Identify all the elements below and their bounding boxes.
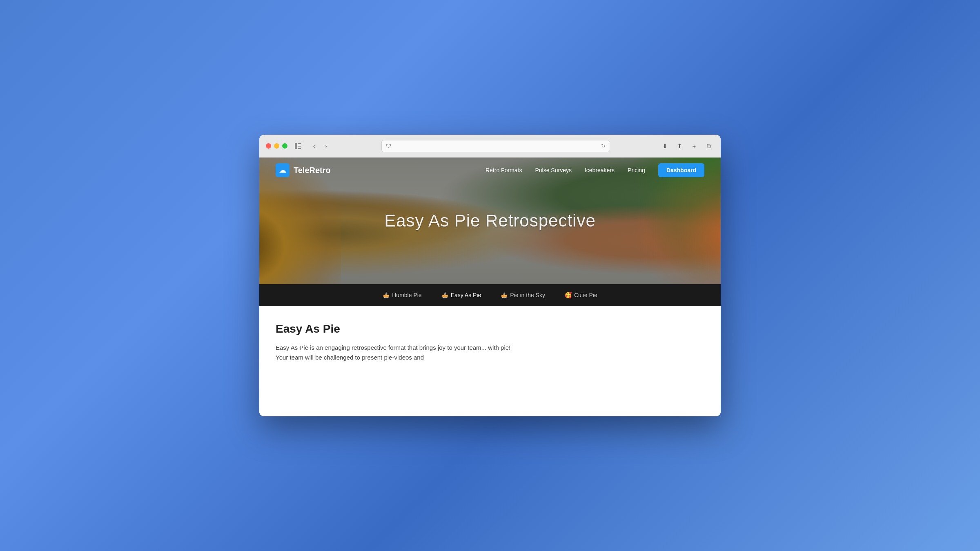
humble-pie-emoji: 🥧 [383, 292, 390, 298]
close-button[interactable] [266, 143, 271, 149]
pie-in-the-sky-emoji: 🥧 [501, 292, 508, 298]
reload-icon[interactable]: ↻ [601, 143, 606, 149]
forward-button[interactable]: › [321, 141, 332, 151]
svg-rect-0 [295, 143, 297, 149]
tab-easy-as-pie[interactable]: 🥧 Easy As Pie [441, 292, 481, 298]
logo-text: TeleRetro [294, 166, 331, 175]
nav-links: Retro Formats Pulse Surveys Icebreakers … [486, 163, 704, 177]
easy-as-pie-label: Easy As Pie [451, 292, 481, 298]
cloud-icon: ☁ [279, 166, 286, 175]
nav-pulse-surveys[interactable]: Pulse Surveys [535, 167, 571, 173]
nav-icebreakers[interactable]: Icebreakers [585, 167, 615, 173]
browser-actions: ⬇ ⬆ + ⧉ [659, 141, 714, 151]
hero-title: Easy As Pie Retrospective [384, 211, 596, 231]
tab-cutie-pie[interactable]: 🥰 Cutie Pie [565, 292, 597, 298]
tab-humble-pie[interactable]: 🥧 Humble Pie [383, 292, 421, 298]
maximize-button[interactable] [282, 143, 287, 149]
website-content: Easy As Pie Retrospective ☁ TeleRetro Re… [259, 158, 721, 416]
cutie-pie-label: Cutie Pie [574, 292, 597, 298]
nav-arrows: ‹ › [309, 141, 332, 151]
svg-rect-3 [298, 148, 301, 149]
navbar: ☁ TeleRetro Retro Formats Pulse Surveys … [259, 158, 721, 183]
sidebar-toggle-icon[interactable] [292, 140, 304, 152]
easy-as-pie-emoji: 🥧 [441, 292, 448, 298]
traffic-lights [266, 143, 287, 149]
content-title: Easy As Pie [276, 322, 704, 335]
browser-window: ‹ › 🛡 ↻ ⬇ ⬆ + ⧉ Easy As Pie Retrospectiv… [259, 135, 721, 416]
tab-overview-icon[interactable]: ⧉ [704, 141, 714, 151]
minimize-button[interactable] [274, 143, 279, 149]
hero-wrapper: Easy As Pie Retrospective ☁ TeleRetro Re… [259, 158, 721, 284]
nav-retro-formats[interactable]: Retro Formats [486, 167, 522, 173]
back-button[interactable]: ‹ [309, 141, 319, 151]
svg-rect-2 [298, 146, 301, 147]
tab-bar: 🥧 Humble Pie 🥧 Easy As Pie 🥧 Pie in the … [259, 284, 721, 306]
cutie-pie-emoji: 🥰 [565, 292, 572, 298]
browser-chrome: ‹ › 🛡 ↻ ⬇ ⬆ + ⧉ [259, 135, 721, 158]
svg-rect-1 [298, 143, 301, 144]
address-bar[interactable]: 🛡 ↻ [381, 140, 610, 152]
humble-pie-label: Humble Pie [392, 292, 421, 298]
pie-in-the-sky-label: Pie in the Sky [510, 292, 545, 298]
content-description: Easy As Pie is an engaging retrospective… [276, 343, 521, 362]
logo-icon: ☁ [276, 163, 290, 177]
new-tab-icon[interactable]: + [689, 141, 699, 151]
dashboard-button[interactable]: Dashboard [658, 163, 704, 177]
share-icon[interactable]: ⬆ [674, 141, 685, 151]
tab-pie-in-the-sky[interactable]: 🥧 Pie in the Sky [501, 292, 545, 298]
download-icon[interactable]: ⬇ [659, 141, 670, 151]
shield-icon: 🛡 [386, 143, 391, 149]
content-area: Easy As Pie Easy As Pie is an engaging r… [259, 306, 721, 416]
nav-pricing[interactable]: Pricing [628, 167, 645, 173]
logo: ☁ TeleRetro [276, 163, 331, 177]
